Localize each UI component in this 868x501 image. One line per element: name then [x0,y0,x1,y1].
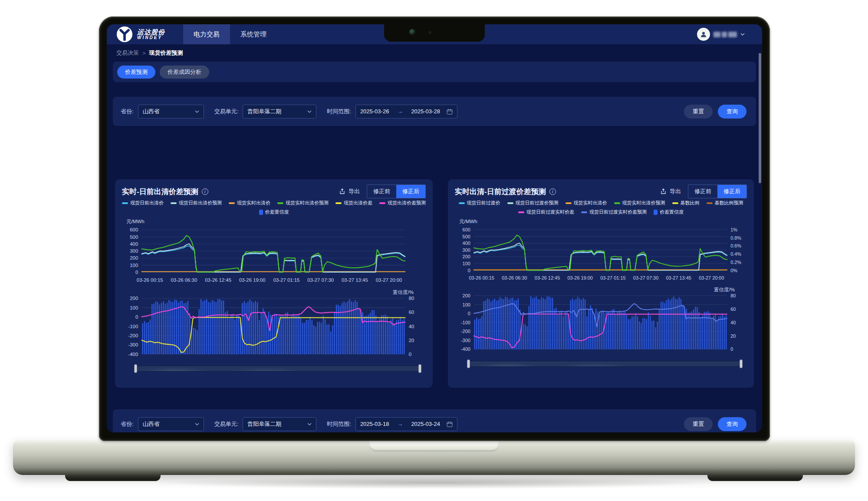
legend-item[interactable]: 价差置信度 [259,209,289,215]
legend-item[interactable]: 价差置信度 [654,209,684,215]
slider-handle-right[interactable] [418,364,421,373]
province-select[interactable]: 山西省 [138,417,204,431]
trading-unit-value: 昔阳皋落二期 [247,420,281,428]
page-scrollbar[interactable] [759,53,761,183]
data-zoom-slider[interactable] [135,366,421,372]
menu-item-system-management[interactable]: 系统管理 [230,24,277,44]
query-button[interactable]: 查询 [718,105,746,119]
reset-button[interactable]: 重置 [684,105,713,119]
y-axis-unit: 元/MWh [122,218,426,225]
legend-item[interactable]: 现货实时出清价 [229,200,270,206]
y-axis-tick: 0 [135,270,138,275]
user-menu[interactable] [697,28,745,41]
info-icon[interactable] [549,188,556,195]
legend-item[interactable]: 现货日前过渡实时价差 [518,209,574,215]
tab-spread-forecast[interactable]: 价差预测 [117,66,155,79]
y-axis-tick: 200 [130,296,138,301]
legend-label: 现货日前过渡价 [467,200,500,206]
menu-item-power-trading[interactable]: 电力交易 [183,24,230,44]
mask-block [713,32,720,37]
info-icon[interactable] [202,188,208,195]
y-axis-tick: -300 [128,342,138,347]
breadcrumb-parent[interactable]: 交易决策 [116,49,139,57]
legend-swatch [566,202,572,204]
reset-button[interactable]: 重置 [684,417,713,431]
legend-item[interactable]: 现货日前过渡实时价差预测 [581,209,647,215]
date-range-picker[interactable]: 2025-03-26 → 2025-03-28 [355,105,457,119]
page-content: 价差预测 价差成因分析 省份: 山西省 交易单元: 昔阳皋落二期 [107,62,762,432]
confidence-axis-label: 置信度/% [122,289,426,296]
chevron-down-icon [195,423,199,425]
legend-label: 价差置信度 [265,209,289,215]
legend-item[interactable]: 现货实时出清价 [566,200,607,206]
export-button[interactable]: 导出 [660,188,681,195]
chart-panel-realtime-dayahead-transition: 实时出清-日前过渡价差预测 导出 [448,179,754,388]
export-label: 导出 [670,188,681,195]
after-correction-button[interactable]: 修正后 [396,185,425,198]
legend-label: 现货出清价差 [344,200,372,206]
chart-legend: 现货日前出清价现货日前出清价预测现货实时出清价现货实时出清价预测现货出清价差现货… [122,198,426,217]
legend-item[interactable]: 现货日前出清价预测 [171,200,222,206]
trading-unit-select[interactable]: 昔阳皋落二期 [243,417,316,431]
avatar[interactable] [697,28,710,41]
legend-item[interactable]: 现货出清价差 [335,200,372,206]
right-axis-tick: 40 [409,324,414,329]
start-date: 2025-03-18 [360,421,389,427]
export-button[interactable]: 导出 [339,188,360,195]
legend-swatch [335,202,342,204]
y-axis-unit: 元/MWh [455,218,747,225]
y-axis-tick: -200 [461,329,470,334]
legend-item[interactable]: 现货日前过渡价预测 [507,200,559,206]
app-screen: 运达股份 WINDEY 电力交易 系统管理 [107,24,762,432]
series-line [474,304,727,327]
right-axis-tick: 0.4% [730,251,741,257]
legend-swatch [171,202,177,204]
x-axis-tick: 03-27 07:30 [633,275,658,280]
legend-swatch [459,202,465,204]
upper-line-chart: 60050040030020010001%0.8%0.6%0.4%0.2%0%0… [455,225,747,286]
legend-item[interactable]: 现货实时出清价预测 [614,200,665,206]
slider-handle-right[interactable] [740,359,743,368]
right-axis-tick: 20 [409,338,414,343]
y-axis-tick: 400 [463,241,470,246]
legend-item[interactable]: 现货日前出清价 [122,200,164,206]
tab-spread-cause-analysis[interactable]: 价差成因分析 [160,66,209,79]
date-range-picker[interactable]: 2025-03-18 → 2025-03-24 [355,417,457,431]
camera-notch [384,23,485,42]
legend-item[interactable]: 基数比例 [672,200,700,206]
confidence-axis-label: 置信度/% [455,287,747,293]
trading-unit-label: 交易单元: [214,420,239,428]
x-axis-tick: 03-27 13:45 [666,275,691,280]
camera-indicator [428,31,431,34]
lower-confidence-bar-chart: 2001000-100-200-300-400806040200 [455,293,747,357]
after-correction-button[interactable]: 修正后 [717,185,746,198]
x-axis-tick: 03-26 06:30 [502,275,527,280]
legend-item[interactable]: 现货实时出清价预测 [277,200,329,206]
legend-item[interactable]: 现货日前过渡价 [459,200,500,206]
legend-label: 现货日前过渡实时价差预测 [589,209,647,215]
before-correction-button[interactable]: 修正前 [688,185,717,198]
x-axis-tick: 03-27 20:00 [699,275,724,280]
before-correction-button[interactable]: 修正前 [367,185,396,198]
trading-unit-select[interactable]: 昔阳皋落二期 [243,105,316,119]
legend-swatch [122,202,128,204]
breadcrumb: 交易决策 > 现货价差预测 [107,44,762,62]
slider-handle-left[interactable] [467,359,470,368]
data-zoom-slider[interactable] [468,361,742,367]
breadcrumb-separator: > [142,50,146,56]
windey-turbine-icon [116,26,133,43]
lower-confidence-bar-chart: 2001000-100-200-300-400806040200 [122,296,426,362]
camera-lens [409,29,415,35]
laptop-screen-bezel: 运达股份 WINDEY 电力交易 系统管理 [99,16,770,441]
upper-line-chart: 600500400300200100003-26 00:1503-26 06:3… [122,225,426,288]
province-select[interactable]: 山西省 [138,105,204,119]
legend-item[interactable]: 基数比例预测 [707,200,743,206]
brand-logo[interactable]: 运达股份 WINDEY [116,26,165,43]
query-button[interactable]: 查询 [718,417,746,431]
slider-handle-left[interactable] [134,364,137,373]
range-arrow: → [395,421,404,427]
legend-item[interactable]: 现货出清价差预测 [379,200,426,206]
legend-swatch [654,210,658,215]
main-menu: 电力交易 系统管理 [183,24,277,44]
calendar-icon [447,421,453,427]
